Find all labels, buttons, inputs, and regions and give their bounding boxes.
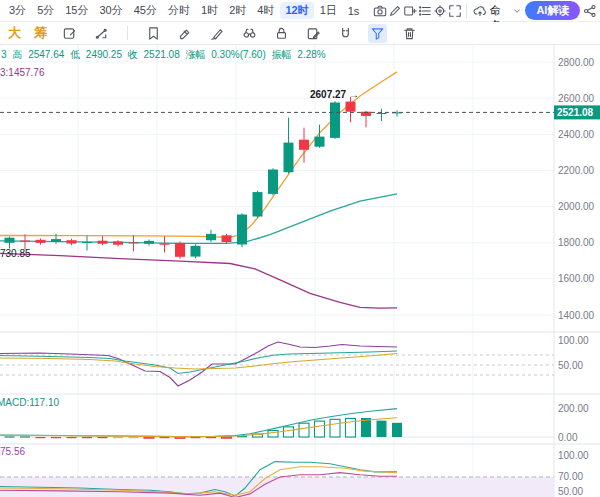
divider bbox=[466, 4, 467, 18]
candle-body bbox=[284, 143, 294, 173]
price-axis-label: 1800.00 bbox=[558, 237, 595, 248]
tab-15m[interactable]: 15分 bbox=[60, 2, 93, 19]
price-axis-label: 2200.00 bbox=[558, 165, 595, 176]
camera-icon[interactable] bbox=[373, 2, 387, 20]
tab-45m[interactable]: 45分 bbox=[129, 2, 162, 19]
tab-1d[interactable]: 1日 bbox=[315, 2, 342, 19]
kdj-axis-label: 70.00 bbox=[558, 471, 583, 482]
candle-body bbox=[51, 239, 61, 242]
tab-5m[interactable]: 5分 bbox=[32, 2, 59, 19]
macd-bar bbox=[315, 421, 325, 437]
trend-line-tool-icon[interactable] bbox=[92, 24, 111, 43]
tab-1s[interactable]: 1s bbox=[343, 4, 365, 18]
macd-bar bbox=[284, 427, 294, 437]
candle-body bbox=[5, 238, 15, 243]
candle-body bbox=[237, 215, 247, 245]
note-edit-icon[interactable] bbox=[304, 24, 323, 43]
candle-body bbox=[253, 192, 263, 216]
candle-body bbox=[377, 113, 387, 114]
cloud-upload-icon bbox=[473, 2, 487, 20]
draw-pen-icon[interactable] bbox=[208, 24, 227, 43]
candle-body bbox=[346, 102, 356, 112]
macd-bar bbox=[222, 437, 232, 438]
candle-body bbox=[82, 242, 92, 243]
macd-bar bbox=[20, 436, 30, 437]
current-price-tag-value: 2521.08 bbox=[557, 107, 594, 118]
tab-2h[interactable]: 2时 bbox=[224, 2, 251, 19]
candle-body bbox=[113, 241, 123, 244]
macd-bar bbox=[82, 437, 92, 438]
macd-bar bbox=[392, 423, 402, 437]
fullscreen-icon[interactable] bbox=[448, 2, 462, 20]
rsi-axis-label: 50.00 bbox=[558, 360, 583, 371]
eraser-icon[interactable] bbox=[176, 24, 195, 43]
macd-bar bbox=[175, 437, 185, 438]
candle-body bbox=[330, 103, 340, 138]
candle-body bbox=[36, 240, 46, 243]
price-axis-label: 1600.00 bbox=[558, 273, 595, 284]
settings-gear-icon[interactable] bbox=[433, 2, 447, 20]
macd-bar bbox=[144, 437, 154, 438]
chart-area[interactable]: 2800.002600.002400.002200.002000.001800.… bbox=[0, 45, 600, 497]
candle-body bbox=[144, 241, 154, 244]
big-orders-button[interactable]: 大 bbox=[8, 24, 21, 42]
magnet-icon[interactable] bbox=[336, 24, 355, 43]
macd-bar bbox=[160, 437, 170, 438]
macd-bar bbox=[330, 419, 340, 437]
candle-body bbox=[222, 235, 232, 242]
candle-body bbox=[175, 243, 185, 257]
candle-body bbox=[160, 243, 170, 244]
macd-bar bbox=[36, 437, 46, 438]
candle-body bbox=[98, 241, 108, 244]
indicator-panel-icon[interactable] bbox=[60, 24, 79, 43]
chips-button[interactable]: 筹 bbox=[34, 24, 47, 42]
price-axis-label: 2800.00 bbox=[558, 57, 595, 68]
tab-1h[interactable]: 1时 bbox=[196, 2, 223, 19]
chart-canvas: 2800.002600.002400.002200.002000.001800.… bbox=[0, 45, 600, 497]
kdj-axis-label: 100.00 bbox=[558, 450, 589, 461]
filter-funnel-icon[interactable] bbox=[368, 24, 387, 43]
kdj-axis-label: 50.00 bbox=[558, 486, 583, 497]
chevron-down-icon bbox=[512, 2, 522, 20]
price-axis-label: 2600.00 bbox=[558, 93, 595, 104]
divider bbox=[127, 26, 128, 40]
lock-icon[interactable] bbox=[272, 24, 291, 43]
candle-body bbox=[315, 137, 325, 147]
tab-intraday[interactable]: 分时 bbox=[163, 2, 195, 19]
macd-bar bbox=[51, 437, 61, 438]
binoculars-icon[interactable] bbox=[240, 24, 259, 43]
edit-pencil-icon[interactable] bbox=[388, 2, 402, 20]
macd-bar bbox=[377, 421, 387, 437]
macd-bar bbox=[129, 437, 139, 438]
trash-icon[interactable] bbox=[400, 24, 419, 43]
macd-bar bbox=[98, 437, 108, 438]
tab-12h-selected[interactable]: 12时 bbox=[280, 2, 313, 19]
macd-bar bbox=[268, 431, 278, 438]
candle-body bbox=[20, 241, 30, 242]
share-icon[interactable] bbox=[583, 2, 597, 20]
price-axis-label: 2400.00 bbox=[558, 129, 595, 140]
candle-body bbox=[129, 243, 139, 244]
bookmark-icon[interactable] bbox=[144, 24, 163, 43]
macd-axis-label: 0.00 bbox=[558, 432, 578, 443]
candle-body bbox=[299, 140, 309, 150]
tab-30m[interactable]: 30分 bbox=[95, 2, 128, 19]
candle-body bbox=[268, 170, 278, 194]
tab-4h[interactable]: 4时 bbox=[252, 2, 279, 19]
macd-bar bbox=[113, 437, 123, 438]
tab-3m[interactable]: 3分 bbox=[4, 2, 31, 19]
price-axis-label: 2000.00 bbox=[558, 201, 595, 212]
macd-bar bbox=[299, 423, 309, 437]
object-tree-icon[interactable] bbox=[418, 2, 432, 20]
ai-analysis-button[interactable]: AI解读 bbox=[525, 1, 580, 20]
candle-body bbox=[191, 246, 201, 257]
macd-bar bbox=[67, 437, 77, 438]
macd-bar bbox=[5, 436, 15, 437]
add-pane-icon[interactable] bbox=[403, 2, 417, 20]
drawing-toolbar: 大 筹 bbox=[0, 22, 600, 45]
rsi-axis-label: 100.00 bbox=[558, 335, 589, 346]
price-axis-label: 1400.00 bbox=[558, 310, 595, 321]
candle-body bbox=[67, 240, 77, 243]
macd-bar bbox=[206, 437, 216, 438]
trading-app: 3分 5分 15分 30分 45分 分时 1时 2时 4时 12时 1日 1s bbox=[0, 0, 600, 497]
